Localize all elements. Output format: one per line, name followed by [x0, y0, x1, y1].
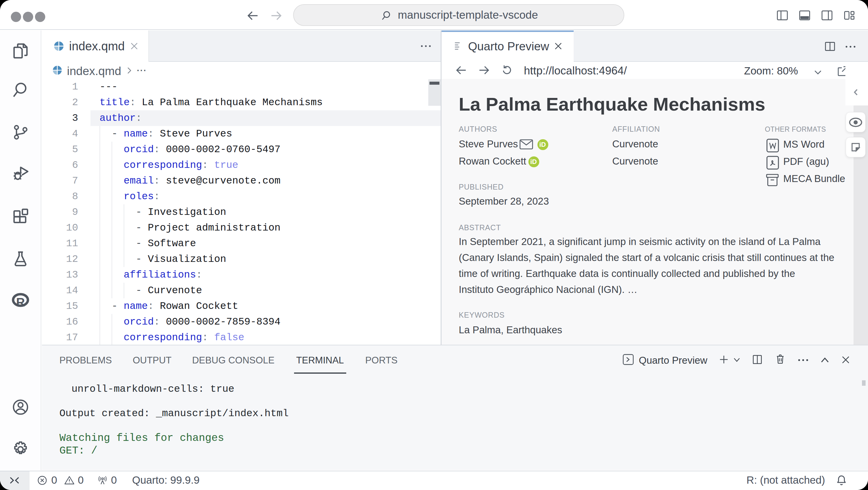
svg-text:R: R	[16, 296, 25, 309]
